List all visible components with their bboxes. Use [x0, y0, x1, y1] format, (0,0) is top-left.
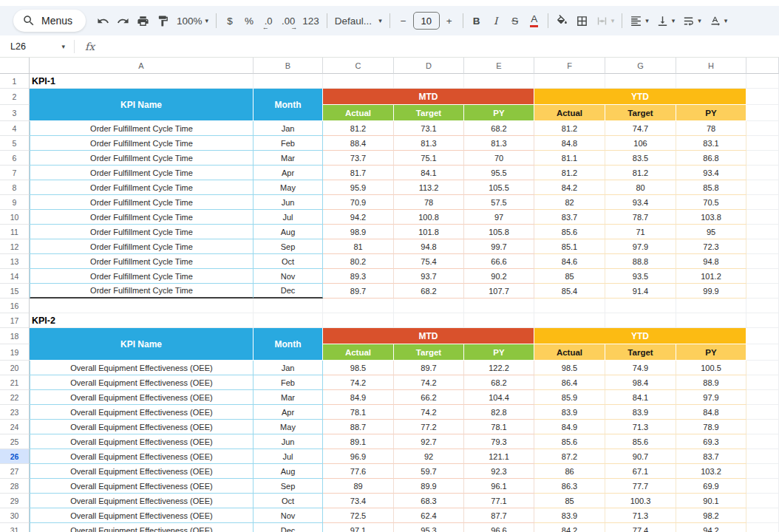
month-cell[interactable]: Dec [254, 523, 323, 532]
row-header[interactable]: 1 [0, 74, 30, 89]
value-cell[interactable]: 85.6 [534, 225, 605, 239]
column-header[interactable]: F [534, 58, 605, 74]
month-cell[interactable]: Jun [254, 434, 323, 449]
kpi-name-cell[interactable]: Order Fulfillment Cycle Time [30, 180, 254, 195]
value-cell[interactable]: 95.3 [394, 523, 464, 532]
value-cell[interactable]: 57.5 [464, 195, 534, 210]
decrease-font-size-button[interactable]: − [394, 10, 413, 31]
cell[interactable] [464, 74, 534, 89]
cell[interactable] [746, 523, 779, 532]
row-header[interactable]: 7 [0, 166, 30, 180]
paint-format-button[interactable] [153, 10, 173, 31]
value-cell[interactable]: 69.3 [676, 434, 746, 449]
value-cell[interactable]: 75.4 [394, 254, 464, 269]
value-cell[interactable]: 66.6 [464, 254, 534, 269]
horizontal-align-selector[interactable]: ▾ [626, 10, 653, 31]
value-cell[interactable]: 89.3 [323, 269, 394, 284]
value-cell[interactable]: 95 [676, 225, 746, 239]
kpi-name-cell[interactable]: Overall Equipment Effectiveness (OEE) [30, 464, 254, 479]
cell[interactable] [746, 299, 779, 313]
kpi-name-cell[interactable]: Overall Equipment Effectiveness (OEE) [30, 420, 254, 434]
value-cell[interactable]: 92.3 [464, 464, 534, 479]
value-cell[interactable]: 77.4 [605, 523, 676, 532]
fill-color-button[interactable] [552, 10, 572, 31]
cell[interactable] [746, 239, 779, 254]
value-cell[interactable]: 101.2 [676, 269, 746, 284]
value-cell[interactable]: 89.1 [323, 434, 394, 449]
cell[interactable] [746, 494, 779, 508]
value-cell[interactable]: 84.2 [534, 180, 605, 195]
cell[interactable] [254, 299, 323, 313]
row-header[interactable]: 17 [0, 313, 30, 328]
value-cell[interactable]: 93.7 [394, 269, 464, 284]
menus-search-button[interactable]: Menus [13, 10, 86, 32]
value-cell[interactable]: 94.8 [394, 239, 464, 254]
value-cell[interactable]: 74.2 [394, 375, 464, 390]
value-cell[interactable]: 103.2 [676, 464, 746, 479]
cell[interactable] [323, 313, 394, 328]
value-cell[interactable]: 94.2 [323, 210, 394, 225]
ytd-subheader-cell[interactable]: Actual [534, 105, 605, 121]
cell[interactable] [746, 269, 779, 284]
value-cell[interactable]: 81.3 [464, 136, 534, 151]
value-cell[interactable]: 95.5 [464, 166, 534, 180]
cell[interactable] [746, 195, 779, 210]
kpi-name-cell[interactable]: Order Fulfillment Cycle Time [30, 225, 254, 239]
row-header[interactable]: 10 [0, 210, 30, 225]
value-cell[interactable]: 87.7 [464, 508, 534, 523]
value-cell[interactable]: 89.9 [394, 479, 464, 494]
value-cell[interactable]: 85.1 [534, 239, 605, 254]
vertical-align-selector[interactable]: ▾ [653, 10, 679, 31]
mtd-subheader-cell[interactable]: Actual [323, 344, 394, 361]
value-cell[interactable]: 88.7 [323, 420, 394, 434]
value-cell[interactable]: 94.8 [676, 254, 746, 269]
value-cell[interactable]: 87.2 [534, 449, 605, 464]
month-cell[interactable]: Jan [254, 121, 323, 136]
value-cell[interactable]: 97.9 [676, 390, 746, 405]
value-cell[interactable]: 71.3 [605, 420, 676, 434]
cell[interactable] [746, 166, 779, 180]
value-cell[interactable]: 70.5 [676, 195, 746, 210]
row-header[interactable]: 30 [0, 508, 30, 523]
cell[interactable] [746, 449, 779, 464]
value-cell[interactable]: 81.1 [534, 151, 605, 166]
value-cell[interactable]: 90.1 [676, 494, 746, 508]
row-header[interactable]: 20 [0, 361, 30, 375]
ytd-header-cell[interactable]: YTD [534, 89, 746, 105]
value-cell[interactable]: 81 [323, 239, 394, 254]
row-header[interactable]: 31 [0, 523, 30, 532]
value-cell[interactable]: 74.7 [605, 121, 676, 136]
value-cell[interactable]: 100.3 [605, 494, 676, 508]
value-cell[interactable]: 89.7 [394, 361, 464, 375]
kpi-name-cell[interactable]: Overall Equipment Effectiveness (OEE) [30, 508, 254, 523]
value-cell[interactable]: 94.2 [676, 523, 746, 532]
value-cell[interactable]: 81.2 [534, 166, 605, 180]
row-header[interactable]: 25 [0, 434, 30, 449]
value-cell[interactable]: 93.4 [605, 195, 676, 210]
kpi-name-cell[interactable]: Overall Equipment Effectiveness (OEE) [30, 479, 254, 494]
borders-button[interactable] [572, 10, 592, 31]
mtd-header-cell[interactable]: MTD [323, 328, 534, 344]
cell[interactable] [254, 74, 323, 89]
cell[interactable] [746, 151, 779, 166]
cell[interactable] [746, 434, 779, 449]
value-cell[interactable]: 98.5 [323, 361, 394, 375]
ytd-subheader-cell[interactable]: Target [605, 105, 676, 121]
value-cell[interactable]: 73.7 [323, 151, 394, 166]
kpi-name-cell[interactable]: Order Fulfillment Cycle Time [30, 151, 254, 166]
value-cell[interactable]: 81.7 [323, 166, 394, 180]
value-cell[interactable]: 80 [605, 180, 676, 195]
value-cell[interactable]: 96.1 [464, 479, 534, 494]
value-cell[interactable]: 78.1 [323, 405, 394, 420]
cell[interactable] [746, 361, 779, 375]
value-cell[interactable]: 105.8 [464, 225, 534, 239]
value-cell[interactable]: 84.1 [605, 390, 676, 405]
strikethrough-button[interactable]: S [506, 10, 525, 31]
value-cell[interactable]: 81.2 [534, 121, 605, 136]
value-cell[interactable]: 100.8 [394, 210, 464, 225]
value-cell[interactable]: 74.9 [605, 361, 676, 375]
redo-button[interactable] [113, 10, 133, 31]
row-header[interactable]: 22 [0, 390, 30, 405]
row-header[interactable]: 11 [0, 225, 30, 239]
value-cell[interactable]: 59.7 [394, 464, 464, 479]
